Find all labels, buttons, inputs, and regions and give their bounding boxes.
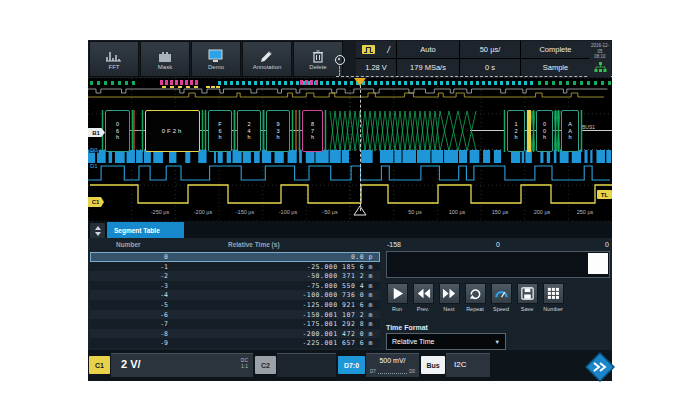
channel2-badge[interactable]: C2	[255, 356, 276, 374]
annotation-button-label: Annotation	[253, 64, 282, 70]
segment-row[interactable]: -2-50.000 371 2 m	[90, 271, 380, 281]
trigger-slope-icon: /	[387, 45, 390, 55]
toolbar-button-annotation[interactable]: Annotation	[242, 41, 292, 77]
digital-scale: 500 mV/	[366, 357, 419, 364]
time-axis-label: 100 µs	[449, 209, 466, 215]
horizontal-position-cell[interactable]: 0 s	[460, 59, 520, 76]
waveform-display[interactable]: 06h0F2hF6h24h93h87h12h00hAAh B1 D0 D1 C1…	[88, 78, 612, 221]
time-format-value: Relative Time	[392, 338, 434, 345]
toolbar-dashed-separator	[336, 76, 612, 77]
bus-decode-value: AAh	[561, 110, 579, 152]
player-control-repeat[interactable]: Repeat	[464, 283, 486, 312]
run-button[interactable]	[387, 283, 408, 304]
player-control-next[interactable]: Next	[438, 283, 460, 312]
bus-section[interactable]: I2C	[446, 353, 490, 377]
segment-row[interactable]: -6-150.001 107 2 m	[90, 310, 380, 320]
digital-channel-label-d0[interactable]: D0	[89, 147, 99, 153]
repeat-button[interactable]	[465, 283, 486, 304]
demo-button-label: Demo	[208, 64, 224, 70]
trigger-position-marker[interactable]	[354, 78, 366, 86]
segment-row[interactable]: -7-175.001 292 8 m	[90, 319, 380, 329]
channel1-offset-tag[interactable]: C1	[88, 197, 104, 207]
trigger-source-cell[interactable]: /	[356, 41, 396, 58]
time-axis-label: -200 µs	[194, 209, 212, 215]
segment-row[interactable]: -1-25.000 185 6 m	[90, 262, 380, 272]
slider-mid-label: 0	[496, 241, 500, 248]
player-button-label: Save	[521, 306, 534, 312]
fft-button-label: FFT	[109, 64, 120, 70]
bus-channel-tag[interactable]: B1	[88, 128, 105, 137]
channel1-badge[interactable]: C1	[89, 356, 110, 374]
slider-min-label: -158	[387, 241, 401, 248]
segment-row[interactable]: 00.0 p	[90, 252, 380, 262]
channel-status-bar: C1 2 V/ DC1:1 C2 D7:0 500 mV/ D7D0 Bus I…	[88, 350, 612, 381]
datetime-display: 2016-12-05 08:10	[589, 41, 611, 77]
trigger-acquisition-info[interactable]: / Auto 50 µs/ Complete 1.28 V 179 MSa/s …	[356, 41, 590, 76]
segment-panel: Number Relative Time (s) 00.0 p-1-25.000…	[88, 238, 612, 350]
toolbar-button-fft[interactable]: FFT	[89, 41, 139, 77]
digital-badge[interactable]: D7:0	[338, 356, 365, 374]
segment-row[interactable]: -5-125.000 921 6 m	[90, 300, 380, 310]
player-control-run[interactable]: Run	[386, 283, 408, 312]
segment-row[interactable]: -9-225.001 657 6 m	[90, 338, 380, 348]
player-control-speed[interactable]: Speed	[490, 283, 512, 312]
prev-button[interactable]	[413, 283, 434, 304]
trigger-position-line	[360, 85, 361, 211]
segment-time: -200.001 472 0 m	[90, 330, 373, 338]
segment-table-tab[interactable]: Segment Table	[107, 222, 184, 238]
channel2-section[interactable]	[277, 353, 336, 377]
player-button-label: Next	[443, 306, 454, 312]
acquisition-state-cell[interactable]: Complete	[521, 41, 590, 58]
time-format-select[interactable]: Relative Time ▼	[386, 333, 506, 350]
slider-value-label: 0	[605, 241, 609, 248]
speed-button[interactable]	[491, 283, 512, 304]
trigger-mode-cell[interactable]: Auto	[397, 41, 459, 58]
player-button-label: Run	[392, 306, 402, 312]
bus-decode-value: F6h	[208, 110, 232, 152]
player-control-number[interactable]: Number	[542, 283, 564, 312]
digital-section[interactable]: 500 mV/ D7D0	[366, 353, 419, 377]
segment-row[interactable]: -4-100.000 736 0 m	[90, 290, 380, 300]
segment-row[interactable]: -8-200.001 472 0 m	[90, 329, 380, 339]
trigger-level-cell[interactable]: 1.28 V	[356, 59, 396, 76]
time-axis-label: -50 µs	[322, 209, 337, 215]
segment-table-header: Number Relative Time (s)	[88, 241, 378, 251]
trigger-source-badge-icon	[362, 45, 375, 54]
channel1-scale: 2 V/	[121, 358, 141, 370]
toolbar-button-mask[interactable]: Mask	[140, 41, 190, 77]
time-axis-label: -150 µs	[236, 209, 254, 215]
panel-collapse-button[interactable]	[89, 222, 106, 239]
toolbar-button-demo[interactable]: Demo	[191, 41, 241, 77]
trigger-offset-marker-icon[interactable]	[335, 55, 345, 65]
segment-slider[interactable]	[386, 251, 610, 278]
acquire-mode-cell[interactable]: Sample	[521, 59, 590, 76]
segment-row[interactable]: -3-75.000 550 4 m	[90, 281, 380, 291]
segment-slider-handle[interactable]	[588, 253, 608, 274]
player-control-save[interactable]: Save	[516, 283, 538, 312]
digital-channel-label-d1[interactable]: D1	[89, 163, 99, 169]
time-text: 08:10	[589, 54, 611, 60]
rohde-schwarz-logo	[585, 352, 615, 382]
bus-decode-value: 93h	[266, 110, 290, 152]
bus-type-label: I2C	[454, 360, 466, 369]
time-format-label: Time Format	[386, 324, 428, 331]
delete-button-label: Delete	[309, 64, 326, 70]
player-control-prev[interactable]: Prev.	[412, 283, 434, 312]
decode-highlight-bar	[527, 110, 531, 152]
number-button[interactable]	[543, 283, 564, 304]
save-button[interactable]	[517, 283, 538, 304]
mask-button-label: Mask	[158, 64, 172, 70]
channel1-section[interactable]: 2 V/ DC1:1	[111, 353, 253, 377]
sample-rate-cell: 179 MSa/s	[397, 59, 459, 76]
column-number: Number	[116, 241, 141, 248]
timebase-cell[interactable]: 50 µs/	[460, 41, 520, 58]
next-button[interactable]	[439, 283, 460, 304]
segment-table[interactable]: 00.0 p-1-25.000 185 6 m-2-50.000 371 2 m…	[90, 252, 380, 348]
player-button-label: Prev.	[417, 306, 429, 312]
network-status-icon	[594, 62, 607, 73]
trigger-level-tag[interactable]: TL	[597, 190, 612, 199]
column-relative-time: Relative Time (s)	[228, 241, 280, 248]
time-axis-label: 50 µs	[408, 209, 422, 215]
bus-badge[interactable]: Bus	[421, 356, 445, 374]
bus-name-label: BUS1	[582, 124, 595, 130]
